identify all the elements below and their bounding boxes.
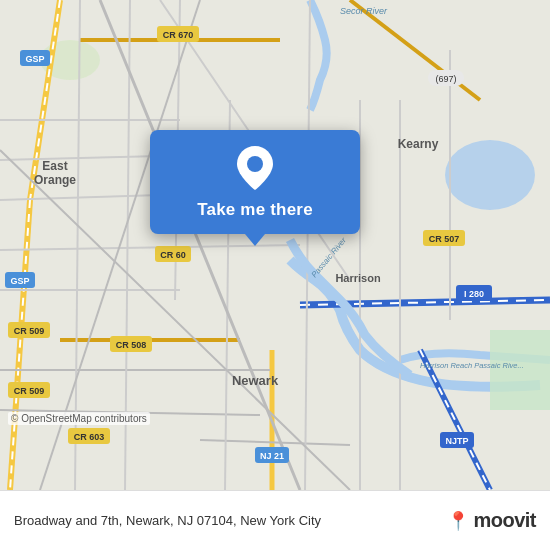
bottom-bar: Broadway and 7th, Newark, NJ 07104, New …: [0, 490, 550, 550]
svg-text:Orange: Orange: [34, 173, 76, 187]
svg-text:CR 60: CR 60: [160, 250, 186, 260]
svg-text:Kearny: Kearny: [398, 137, 439, 151]
svg-text:GSP: GSP: [10, 276, 29, 286]
svg-text:CR 508: CR 508: [116, 340, 147, 350]
svg-text:CR 670: CR 670: [163, 30, 194, 40]
svg-text:GSP: GSP: [25, 54, 44, 64]
svg-text:CR 509: CR 509: [14, 326, 45, 336]
svg-text:NJTP: NJTP: [445, 436, 468, 446]
take-me-there-button[interactable]: Take me there: [197, 200, 313, 220]
moovit-brand-text: moovit: [473, 509, 536, 532]
svg-text:CR 509: CR 509: [14, 386, 45, 396]
svg-text:(697): (697): [435, 74, 456, 84]
svg-point-70: [247, 156, 263, 172]
svg-text:East: East: [42, 159, 67, 173]
svg-text:CR 507: CR 507: [429, 234, 460, 244]
navigation-popup[interactable]: Take me there: [150, 130, 360, 234]
location-pin-icon: [237, 146, 273, 190]
svg-text:Newark: Newark: [232, 373, 279, 388]
address-label: Broadway and 7th, Newark, NJ 07104, New …: [14, 513, 447, 528]
svg-text:I 280: I 280: [464, 289, 484, 299]
copyright-notice: © OpenStreetMap contributors: [8, 412, 150, 425]
svg-text:NJ 21: NJ 21: [260, 451, 284, 461]
moovit-logo: 📍 moovit: [447, 509, 536, 532]
svg-rect-2: [490, 330, 550, 410]
svg-text:Harrison: Harrison: [335, 272, 381, 284]
svg-point-1: [445, 140, 535, 210]
moovit-pin-icon: 📍: [447, 510, 469, 532]
svg-text:CR 603: CR 603: [74, 432, 105, 442]
map-container: GSP GSP CR 670 (697) CR 507 I 280 CR 509…: [0, 0, 550, 490]
svg-text:Secor River: Secor River: [340, 6, 388, 16]
svg-text:Harrison Reach Passaic Rive...: Harrison Reach Passaic Rive...: [420, 361, 524, 370]
